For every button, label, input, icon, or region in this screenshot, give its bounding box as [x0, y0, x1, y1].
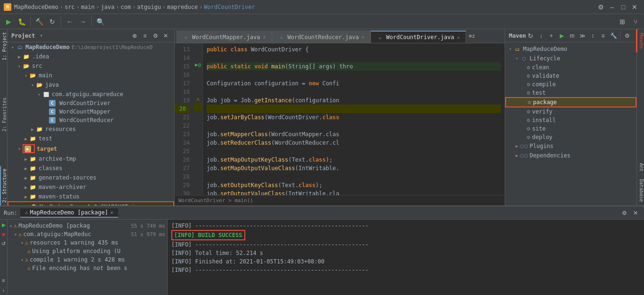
tree-archive-tmp[interactable]: ▶ 📁 archive-tmp: [8, 154, 174, 164]
bc-main: main: [81, 4, 95, 10]
maven-settings[interactable]: ⚙: [622, 31, 632, 41]
right-tab-maven[interactable]: Maven: [636, 29, 644, 52]
maven-package[interactable]: ▶ ⚙ package: [505, 97, 636, 107]
panel-close[interactable]: ✕: [161, 31, 170, 41]
maven-deploy[interactable]: ▶ ⚙ deploy: [505, 133, 636, 141]
maven-install[interactable]: ▶ ⚙ install: [505, 116, 636, 124]
maven-compile[interactable]: ▶ ⚙ compile: [505, 80, 636, 89]
tree-test[interactable]: ▶ 📁 test: [8, 134, 174, 143]
tab-1-project[interactable]: 1: Project: [0, 29, 7, 63]
maven-btn-7[interactable]: 🔧: [609, 31, 618, 41]
right-tab-ant[interactable]: Ant: [636, 159, 644, 175]
maven-btn-2[interactable]: ↓: [536, 31, 546, 41]
code-content[interactable]: public class WordCountDriver { public st…: [203, 43, 505, 195]
maven-validate[interactable]: ▶ ⚙ validate: [505, 72, 636, 80]
tree-root[interactable]: ▾ 🗂 MapReduceDemo E:\ideaproject1\MapRed…: [8, 42, 174, 52]
tree-classes[interactable]: ▶ 📁 classes: [8, 164, 174, 173]
maximize-btn[interactable]: □: [618, 1, 629, 13]
run-item-root[interactable]: ▾ ⚠ MapReduceDemo [packag 55 s 749 ms: [8, 221, 167, 230]
right-tabs: Maven Ant Database: [636, 29, 644, 205]
panel-btn-2[interactable]: ≡: [140, 31, 150, 41]
tree-idea[interactable]: ▶ 📁 .idea: [8, 52, 174, 61]
mapper-tab-close[interactable]: ✕: [263, 34, 266, 40]
maven-btn-m[interactable]: m: [567, 31, 577, 41]
tree-maven-archiver[interactable]: ▶ 📁 maven-archiver: [8, 182, 174, 192]
minimize-btn[interactable]: –: [606, 1, 618, 13]
maven-site[interactable]: ▶ ⚙ site: [505, 124, 636, 133]
ln-13: 13: [175, 45, 190, 54]
editor-breadcrumb-bar: WordCountDriver > main(): [175, 195, 505, 205]
tree-src[interactable]: ▾ 📂 src: [8, 61, 174, 71]
maven-plugins[interactable]: ▶ ⬡⬡ Plugins: [505, 141, 636, 151]
bottom-toolbar: Run: ⚠ MapReduceDemo [package] ✕ ⚙ ✕: [0, 206, 644, 220]
console-line-2: [INFO] BUILD SUCCESS: [171, 230, 640, 240]
maven-status-label: maven-status: [39, 193, 80, 200]
run-item-resources[interactable]: ▾ ⚠ resources 1 warning 435 ms: [8, 238, 167, 247]
maven-clean[interactable]: ▶ ⚙ clean: [505, 63, 636, 72]
tab-favorites[interactable]: 2: Favorites: [0, 95, 7, 134]
tree-jar1[interactable]: ▶ 📦 MapReduceDemo-1.0-SNAPSHOT.jar: [8, 201, 174, 205]
reducer-tab-close[interactable]: ✕: [362, 34, 364, 40]
tree-resources[interactable]: ▶ 📁 resources: [8, 124, 174, 134]
run-play-btn[interactable]: ▶: [0, 221, 7, 228]
tree-gen-sources[interactable]: ▶ 📁 generated-sources: [8, 173, 174, 182]
settings-btn[interactable]: ⚙: [595, 1, 606, 13]
maven-btn-4[interactable]: ≫: [578, 31, 587, 41]
maven-btn-3[interactable]: +: [547, 31, 556, 41]
run-item-platform-enc[interactable]: ⚠ Using platform encoding (U: [8, 247, 167, 255]
sync-btn[interactable]: ↻: [47, 16, 58, 27]
forward-btn[interactable]: →: [77, 16, 89, 27]
tree-pkg[interactable]: ▾ ⬜ com.atguigu.mapreduce: [8, 90, 174, 99]
git-btn[interactable]: ⑂: [630, 16, 641, 27]
maven-test[interactable]: ▶ ⚙ test: [505, 89, 636, 97]
panel-dropdown-icon[interactable]: ▾: [40, 33, 43, 39]
gen-sources-arrow: ▶: [23, 175, 29, 180]
tree-java[interactable]: ▾ 📂 java: [8, 80, 174, 90]
build-btn[interactable]: 🔨: [33, 16, 45, 27]
right-tab-database[interactable]: Database: [636, 175, 644, 205]
maven-play[interactable]: ▶: [557, 31, 566, 41]
maven-btn-1[interactable]: ↻: [526, 31, 535, 41]
run-item-compile[interactable]: ▾ ⚠ compile 1 warning 2 s 428 ms: [8, 255, 167, 264]
driver-tab-close[interactable]: ✕: [457, 35, 460, 40]
maven-btn-5[interactable]: ↕: [588, 31, 597, 41]
tab-structure[interactable]: 2: Structure: [0, 166, 7, 205]
maven-root[interactable]: ▾ 🗂 MapReduceDemo: [505, 44, 636, 54]
panel-btn-1[interactable]: ⊕: [130, 31, 139, 41]
tree-main[interactable]: ▾ 📂 main: [8, 71, 174, 80]
maven-verify[interactable]: ▶ ⚙ verify: [505, 107, 636, 116]
run-tab-close[interactable]: ✕: [110, 209, 113, 216]
tab-mapper[interactable]: ☕ WordCountMapper.java ✕: [177, 31, 272, 43]
run-item-root-arrow: ▾: [9, 223, 12, 229]
run-wrap-btn[interactable]: ≡: [0, 277, 7, 284]
debug-btn[interactable]: 🐛: [16, 16, 27, 27]
panel-settings[interactable]: ⚙: [151, 31, 160, 41]
back-btn[interactable]: ←: [64, 16, 75, 27]
tree-driver[interactable]: ▶ C WordCountDriver: [8, 99, 174, 107]
terminal-btn[interactable]: ⊞: [617, 16, 628, 27]
run-tab-active[interactable]: ⚠ MapReduceDemo [package] ✕: [20, 208, 118, 218]
tree-mapper[interactable]: ▶ C WordCountMapper: [8, 107, 174, 116]
deploy-label: deploy: [532, 134, 552, 140]
tab-reducer[interactable]: ☕ WordCountReducer.java ✕: [272, 31, 371, 43]
tree-reducer[interactable]: ▶ C WordCountReducer: [8, 116, 174, 124]
close-btn[interactable]: ✕: [629, 1, 640, 13]
bottom-settings[interactable]: ⚙: [620, 208, 629, 218]
tree-maven-status[interactable]: ▶ 📁 maven-status: [8, 192, 174, 201]
search-btn[interactable]: 🔍: [95, 16, 106, 27]
maven-lifecycle[interactable]: ▾ ⬡ Lifecycle: [505, 54, 636, 63]
run-btn[interactable]: ▶: [3, 16, 14, 27]
run-item-atguigu[interactable]: ▾ ⚠ com.atguigu:MapReduc 51 s 979 ms: [8, 230, 167, 238]
tabs-more[interactable]: ≡z: [466, 33, 478, 39]
run-item-file-enc[interactable]: ⚠ File encoding has not been s: [8, 264, 167, 272]
tree-target[interactable]: ▾ ▶ target: [8, 143, 174, 154]
bottom-close[interactable]: ✕: [631, 208, 640, 218]
tab-driver[interactable]: ☕ WordCountDriver.java ✕: [370, 31, 466, 43]
run-stop-btn[interactable]: ■: [0, 231, 7, 238]
maven-btn-6[interactable]: ≡: [598, 31, 608, 41]
run-rerun-btn[interactable]: ↺: [0, 240, 7, 247]
run-scroll-btn[interactable]: ↓: [0, 287, 7, 293]
code-line-19: Job job = Job.getInstance(configuration: [207, 96, 501, 105]
console-output[interactable]: [INFO] ---------------------------------…: [168, 220, 644, 295]
maven-deps[interactable]: ▶ ⬡⬡ Dependencies: [505, 151, 636, 160]
